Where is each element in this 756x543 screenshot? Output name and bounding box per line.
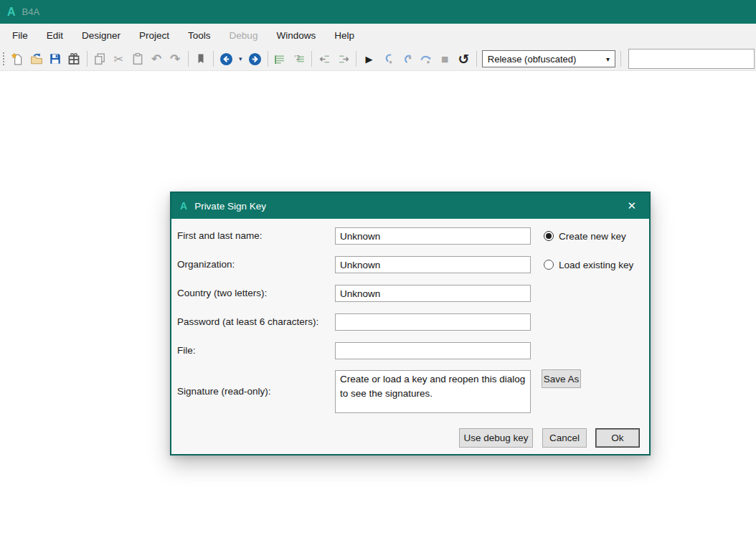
load-existing-key-label: Load existing key — [559, 260, 633, 270]
toolbar-separator — [311, 51, 312, 67]
menu-help[interactable]: Help — [325, 25, 364, 46]
window-title: B4A — [22, 6, 40, 17]
forward-arrow-icon — [248, 52, 262, 66]
save-floppy-icon — [49, 52, 62, 65]
first-last-name-input[interactable] — [335, 227, 531, 245]
toolbar-separator — [268, 51, 268, 67]
menu-debug: Debug — [220, 25, 268, 46]
menu-tools[interactable]: Tools — [179, 25, 220, 46]
use-debug-key-button[interactable]: Use debug key — [459, 428, 533, 448]
country-input[interactable] — [335, 285, 531, 302]
radio-button-icon[interactable] — [544, 231, 554, 241]
toolbar-separator — [476, 51, 477, 67]
uncomment-button[interactable]: '2 — [290, 49, 308, 69]
organization-label: Organization: — [177, 256, 235, 273]
dialog-titlebar[interactable]: A Private Sign Key ✕ — [171, 193, 649, 219]
menu-windows[interactable]: Windows — [267, 25, 325, 46]
toolbar-separator — [356, 51, 356, 67]
dialog-title: Private Sign Key — [194, 201, 615, 212]
bookmark-icon — [195, 53, 207, 65]
menu-designer[interactable]: Designer — [72, 25, 130, 46]
file-label: File: — [177, 342, 196, 359]
close-icon[interactable]: ✕ — [623, 198, 641, 214]
undo-button[interactable]: ↶ — [147, 49, 166, 69]
private-sign-key-dialog: A Private Sign Key ✕ First and last name… — [170, 192, 651, 455]
toolbar-separator — [87, 51, 88, 67]
menubar: File Edit Designer Project Tools Debug W… — [0, 24, 756, 47]
toolbar-separator — [213, 51, 214, 67]
toolbar-grip[interactable] — [2, 51, 6, 67]
comment-lines-icon — [274, 53, 286, 65]
dialog-body: First and last name: Organization: Count… — [171, 219, 649, 454]
navigate-back-dropdown[interactable]: ▾ — [235, 49, 245, 69]
new-project-button[interactable] — [8, 49, 27, 69]
undo-icon: ↶ — [151, 52, 161, 66]
radio-button-icon[interactable] — [544, 260, 554, 270]
step-out-button[interactable] — [397, 49, 416, 69]
new-file-icon — [11, 52, 24, 65]
step-over-button[interactable] — [417, 49, 435, 69]
redo-button[interactable]: ↷ — [166, 49, 184, 69]
paste-clipboard-icon — [131, 52, 144, 65]
menu-project[interactable]: Project — [130, 25, 179, 46]
dialog-logo-icon: A — [180, 200, 187, 212]
ok-button[interactable]: Ok — [595, 428, 640, 448]
chevron-down-icon: ▾ — [239, 55, 242, 62]
password-label: Password (at least 6 characters): — [177, 313, 318, 331]
load-existing-key-radio[interactable]: Load existing key — [544, 256, 633, 273]
toolbar: ✂ ↶ ↷ ▾ — [0, 47, 756, 71]
redo-icon: ↷ — [170, 52, 180, 66]
step-into-button[interactable] — [379, 49, 397, 69]
bookmark-button[interactable] — [192, 49, 210, 69]
first-last-name-label: First and last name: — [177, 227, 263, 245]
restart-icon: ↺ — [458, 51, 470, 67]
package-icon — [67, 52, 80, 65]
country-label: Country (two letters): — [177, 285, 267, 302]
toolbar-separator — [620, 51, 621, 67]
cut-button[interactable]: ✂ — [109, 49, 128, 69]
indent-icon — [338, 53, 350, 65]
rebuild-button[interactable]: ↺ — [454, 49, 473, 69]
step-out-icon — [400, 52, 414, 66]
toolbar-separator — [188, 51, 189, 67]
stop-button[interactable]: ■ — [435, 49, 454, 69]
create-new-key-label: Create new key — [559, 231, 626, 242]
chevron-down-icon: ▾ — [606, 55, 610, 63]
build-configuration-value: Release (obfuscated) — [488, 54, 577, 65]
cancel-button[interactable]: Cancel — [542, 428, 587, 448]
export-package-button[interactable] — [65, 49, 83, 69]
step-over-icon — [419, 52, 433, 66]
build-configuration-select[interactable]: Release (obfuscated) ▾ — [482, 50, 615, 67]
open-folder-icon — [30, 52, 43, 65]
uncomment-lines-icon: '2 — [293, 53, 306, 65]
menu-edit[interactable]: Edit — [37, 25, 72, 46]
outdent-icon — [318, 53, 331, 65]
back-arrow-icon — [219, 52, 233, 66]
app-logo-icon: A — [7, 6, 16, 19]
file-input[interactable] — [335, 342, 531, 359]
svg-text:'2: '2 — [294, 53, 301, 61]
organization-input[interactable] — [335, 256, 531, 273]
paste-button[interactable] — [128, 49, 146, 69]
password-input[interactable] — [335, 313, 531, 331]
navigate-back-button[interactable] — [217, 49, 235, 69]
signature-label: Signature (read-only): — [177, 383, 271, 400]
navigate-forward-button[interactable] — [245, 49, 264, 69]
window-titlebar: A B4A — [0, 0, 756, 24]
run-button[interactable]: ▶ — [359, 49, 378, 69]
menu-file[interactable]: File — [3, 25, 37, 46]
copy-icon — [93, 52, 106, 65]
signature-textarea[interactable]: Create or load a key and reopen this dia… — [335, 370, 531, 413]
toolbar-search-input[interactable] — [628, 49, 755, 69]
comment-button[interactable] — [271, 49, 290, 69]
cut-scissors-icon: ✂ — [113, 52, 123, 66]
create-new-key-radio[interactable]: Create new key — [544, 227, 626, 245]
run-play-icon: ▶ — [365, 54, 372, 65]
indent-button[interactable] — [334, 49, 353, 69]
step-into-icon — [381, 52, 394, 66]
save-button[interactable] — [46, 49, 65, 69]
save-as-button[interactable]: Save As — [542, 369, 581, 388]
open-project-button[interactable] — [27, 49, 45, 69]
copy-button[interactable] — [90, 49, 109, 69]
outdent-button[interactable] — [315, 49, 334, 69]
